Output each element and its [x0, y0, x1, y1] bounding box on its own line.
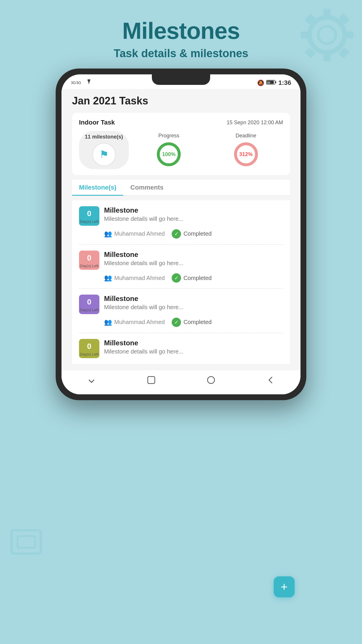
svg-rect-5	[345, 32, 353, 38]
bottom-nav	[61, 370, 301, 394]
completed-badge-2: ✓ Completed	[172, 273, 212, 283]
task-stats: 11 milestone(s) ⚑ Progress	[79, 131, 283, 169]
user-icon-3: 👥	[104, 318, 112, 326]
status-text-1: Completed	[183, 230, 212, 237]
page-subtitle: Task details & milestones	[114, 47, 248, 60]
task-header: Indoor Task 15 Sepn 2020 12:00 AM	[79, 119, 283, 126]
milestone-row-1: 0 Day(s) Left Millestone Milestone detai…	[79, 206, 283, 226]
flag-icon: ⚑	[99, 148, 109, 161]
days-box-1: 0 Day(s) Left	[79, 206, 99, 226]
battery-icon: 83	[266, 79, 277, 87]
progress-stat: Progress 100%	[132, 133, 206, 167]
svg-rect-11	[17, 536, 35, 548]
check-circle-2: ✓	[172, 273, 181, 283]
completed-badge-3: ✓ Completed	[172, 318, 212, 327]
assignee-name-2: Muhammad Ahmed	[114, 275, 165, 281]
milestone-info-3: Millestone Milestone details will go her…	[104, 295, 283, 311]
days-number-2: 0	[87, 253, 91, 262]
check-circle-1: ✓	[172, 229, 181, 239]
days-label-3: Day(s) Left	[80, 308, 99, 312]
assignee-3: 👥 Muhammad Ahmed	[104, 318, 165, 326]
nav-back-icon[interactable]	[86, 375, 97, 387]
milestone-count-box: 11 milestone(s) ⚑	[79, 131, 129, 169]
milestone-item-1: 0 Day(s) Left Millestone Milestone detai…	[79, 200, 283, 245]
wifi-icon	[85, 79, 92, 87]
svg-rect-2	[324, 9, 331, 18]
days-number-1: 0	[87, 209, 91, 218]
check-circle-3: ✓	[172, 318, 181, 327]
screen-title: Jan 2021 Tasks	[72, 95, 290, 107]
deadline-ring: 312%	[233, 141, 259, 167]
milestone-desc-1: Milestone details will go here...	[104, 216, 283, 222]
milestone-desc-2: Milestone details will go here...	[104, 260, 283, 267]
task-date: 15 Sepn 2020 12:00 AM	[227, 120, 283, 126]
milestone-desc-3: Milestone details will go here...	[104, 304, 283, 311]
days-box-4: 0 Day(s) Left	[79, 339, 99, 358]
milestone-list: 0 Day(s) Left Millestone Milestone detai…	[72, 200, 290, 364]
status-text-3: Completed	[183, 319, 212, 326]
task-label: Indoor Task	[79, 119, 115, 126]
svg-point-1	[318, 26, 336, 44]
days-number-4: 0	[87, 342, 91, 351]
page-title: Milestones	[114, 18, 248, 44]
flag-circle: ⚑	[92, 143, 116, 166]
milestone-item-4: 0 Day(s) Left Millestone Milestone detai…	[79, 333, 283, 364]
days-box-2: 0 Day(s) Left	[79, 251, 99, 270]
milestone-footer-3: 👥 Muhammad Ahmed ✓ Completed	[79, 318, 283, 327]
milestone-row-2: 0 Day(s) Left Millestone Milestone detai…	[79, 251, 283, 270]
milestone-footer-1: 👥 Muhammad Ahmed ✓ Completed	[79, 229, 283, 239]
milestone-count-text: 11 milestone(s)	[85, 134, 123, 140]
user-icon-1: 👥	[104, 230, 112, 238]
days-label-2: Day(s) Left	[80, 264, 99, 268]
deadline-value: 312%	[239, 151, 253, 158]
status-text-2: Completed	[183, 275, 212, 281]
svg-text:3G: 3G	[71, 80, 76, 85]
svg-rect-10	[12, 530, 41, 554]
svg-text:3G: 3G	[76, 80, 81, 85]
phone-notch	[152, 74, 210, 85]
deadline-stat: Deadline 312%	[209, 133, 283, 167]
page-header: Milestones Task details & milestones	[114, 18, 248, 60]
status-left: 3G3G	[71, 79, 92, 87]
svg-rect-16	[275, 81, 276, 83]
completed-badge-1: ✓ Completed	[172, 229, 212, 239]
nav-back-arrow-icon[interactable]	[266, 375, 276, 387]
milestone-title-4: Millestone	[104, 339, 283, 347]
nav-square-icon[interactable]	[146, 375, 157, 387]
assignee-1: 👥 Muhammad Ahmed	[104, 230, 165, 238]
milestone-info-2: Millestone Milestone details will go her…	[104, 251, 283, 267]
svg-rect-22	[148, 377, 155, 384]
nav-home-icon[interactable]	[206, 375, 216, 387]
days-box-3: 0 Day(s) Left	[79, 295, 99, 314]
assignee-2: 👥 Muhammad Ahmed	[104, 274, 165, 282]
tab-milestones[interactable]: Milestone(s)	[72, 180, 123, 195]
svg-point-23	[208, 377, 215, 384]
milestone-title-3: Millestone	[104, 295, 283, 303]
milestone-footer-2: 👥 Muhammad Ahmed ✓ Completed	[79, 273, 283, 283]
days-label-1: Day(s) Left	[80, 219, 99, 224]
milestone-desc-4: Milestone details will go here...	[104, 348, 283, 355]
assignee-name-3: Muhammad Ahmed	[114, 319, 165, 326]
tabs: Milestone(s) Comments	[72, 180, 290, 196]
milestone-title-1: Millestone	[104, 206, 283, 214]
milestone-item-2: 0 Day(s) Left Millestone Milestone detai…	[79, 245, 283, 289]
milestone-row-3: 0 Day(s) Left Millestone Milestone detai…	[79, 295, 283, 314]
tab-comments[interactable]: Comments	[123, 180, 171, 195]
signal-icon: 3G3G	[71, 79, 84, 87]
phone-mockup: 3G3G 🔕 83	[56, 69, 306, 400]
milestone-item-3: 0 Day(s) Left Millestone Milestone detai…	[79, 289, 283, 333]
milestone-row-4: 0 Day(s) Left Millestone Milestone detai…	[79, 339, 283, 358]
assignee-name-1: Muhammad Ahmed	[114, 230, 165, 237]
user-icon-2: 👥	[104, 274, 112, 282]
svg-point-0	[310, 18, 345, 52]
progress-label: Progress	[158, 133, 179, 139]
days-number-3: 0	[87, 298, 91, 307]
deadline-label: Deadline	[236, 133, 256, 139]
task-card: Indoor Task 15 Sepn 2020 12:00 AM 11 mil…	[72, 113, 290, 175]
status-right: 🔕 83 1:36	[257, 79, 291, 87]
app-content: Jan 2021 Tasks Indoor Task 15 Sepn 2020 …	[61, 89, 301, 370]
milestone-title-2: Millestone	[104, 251, 283, 259]
milestone-info-1: Millestone Milestone details will go her…	[104, 206, 283, 222]
progress-ring: 100%	[156, 141, 182, 167]
progress-value: 100%	[162, 151, 175, 158]
